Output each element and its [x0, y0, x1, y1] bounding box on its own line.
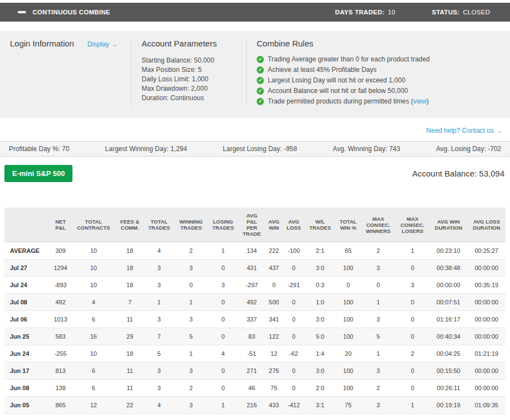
table-cell: 6	[71, 311, 116, 328]
table-cell: 492	[50, 294, 71, 311]
table-cell: 3	[175, 362, 208, 380]
table-cell: 01:21:19	[467, 345, 506, 362]
table-row: Jul 271294101833043143703:01003000:38:48…	[4, 260, 506, 277]
table-cell: -893	[50, 277, 71, 294]
table-cell: 1	[361, 294, 395, 311]
table-cell: 5	[175, 328, 208, 345]
table-cell: 01:16:17	[429, 311, 467, 328]
param-duration: Duration: Continuous	[142, 94, 236, 103]
table-cell: 0:3	[305, 277, 336, 294]
param-starting-balance: Starting Balance: 50,000	[142, 56, 236, 65]
table-cell: 00:00:00	[467, 260, 506, 277]
table-cell: 12	[71, 397, 116, 414]
table-cell: 4	[144, 397, 175, 414]
table-cell: 1:0	[305, 294, 336, 311]
stat-largest-losing-day: Largest Losing Day: -958	[223, 145, 297, 153]
table-cell: -255	[50, 345, 71, 362]
column-header: TOTAL CONTRACTS	[71, 208, 116, 242]
column-header: MAX CONSEC. LOSERS	[395, 208, 429, 242]
row-label: Jul 06	[4, 311, 50, 328]
account-balance-value: 53,094	[479, 169, 504, 178]
column-header: NET P&L	[50, 208, 71, 242]
table-cell: 2	[361, 380, 395, 397]
table-cell: 00:00:00	[467, 328, 506, 345]
table-cell: 0	[283, 260, 305, 277]
check-icon: ✓	[257, 66, 264, 74]
table-cell: 3	[144, 260, 175, 277]
table-cell: -291	[283, 277, 305, 294]
collapse-icon[interactable]	[18, 11, 26, 13]
table-cell: 0	[207, 260, 238, 277]
table-cell: 2	[175, 242, 208, 260]
table-cell: 5	[144, 345, 175, 362]
param-max-drawdown: Max Drawdown: 2,000	[142, 84, 236, 94]
table-cell: 0	[395, 380, 429, 397]
check-icon: ✓	[257, 77, 264, 84]
row-label: Jul 27	[4, 260, 50, 277]
rule-item: ✓ Achieve at least 45% Profitable Days	[257, 65, 500, 75]
stat-profitable-day-pct: Profitable Day %: 70	[9, 145, 69, 153]
rule-item: ✓ Largest Losing Day will not hit or exc…	[257, 75, 500, 86]
table-cell: 0	[283, 311, 305, 328]
table-cell: 3	[175, 397, 208, 414]
row-label: Jun 25	[4, 328, 50, 345]
column-header: TOTAL TRADES	[144, 208, 175, 242]
table-cell: -958	[50, 414, 71, 420]
table-cell: 100	[336, 294, 361, 311]
table-cell: 3:1	[305, 397, 336, 414]
table-cell: 275	[265, 362, 283, 380]
product-button-emini-sp500[interactable]: E-mini S&P 500	[4, 165, 72, 182]
table-row: AVERAGE3091018421134222-1002:1652100:23:…	[4, 242, 506, 260]
table-cell: 3	[144, 362, 175, 380]
table-cell: 6	[71, 380, 116, 397]
check-icon: ✓	[257, 56, 264, 63]
stat-avg-losing-day: Avg. Losing Day: -702	[436, 145, 501, 153]
table-cell: 100	[336, 362, 361, 380]
column-header: MAX CONSEC. WINNERS	[361, 208, 395, 242]
table-cell: 3	[361, 311, 395, 328]
rule-text: Trade permitted products during permitte…	[268, 97, 413, 105]
table-cell: -412	[283, 397, 305, 414]
table-cell: 25	[265, 414, 283, 420]
table-cell: 5	[361, 328, 395, 345]
table-cell: 431	[238, 260, 265, 277]
table-cell: 4	[144, 242, 175, 260]
param-max-position-size: Max Position Size: 5	[142, 65, 236, 75]
table-cell: 75	[336, 397, 361, 414]
column-header: WINNING TRADES	[175, 208, 208, 242]
column-header: AVG WIN	[265, 208, 283, 242]
column-header: W/L TRADES	[305, 208, 336, 242]
account-balance-label: Account Balance:	[412, 169, 477, 178]
table-cell: 00:00:00	[467, 311, 506, 328]
table-cell: 10	[71, 345, 116, 362]
table-cell: 0	[395, 294, 429, 311]
table-cell: 0	[283, 294, 305, 311]
table-cell: 11	[116, 311, 144, 328]
combine-header-bar: CONTINUOUS COMBINE DAYS TRADED: 10 STATU…	[0, 3, 510, 22]
table-row: Jun 08138611320467502:01002000:26:1100:0…	[4, 380, 506, 397]
table-cell: 75	[265, 380, 283, 397]
table-cell: 00:00:00	[429, 277, 467, 294]
table-cell: 16	[71, 328, 116, 345]
table-cell: 65	[336, 242, 361, 260]
rule-item: ✓ Trading Average greater than 0 for eac…	[257, 54, 500, 65]
table-cell: 00:02:34	[429, 414, 467, 420]
table-cell: 3	[144, 277, 175, 294]
table-cell: 10	[71, 277, 116, 294]
display-link[interactable]: Display →	[87, 40, 118, 48]
table-cell: 20	[336, 345, 361, 362]
table-cell: -51	[238, 345, 265, 362]
stat-largest-winning-day: Largest Winning Day: 1,294	[105, 145, 187, 153]
days-traded-label: DAYS TRADED:	[335, 9, 384, 15]
table-cell: 83	[238, 328, 265, 345]
view-link[interactable]: view	[413, 97, 426, 105]
account-parameters-title: Account Parameters	[142, 39, 236, 48]
column-header	[4, 208, 50, 242]
contact-us-link[interactable]: Need help? Contact us →	[426, 127, 502, 134]
table-cell: 1:4	[305, 345, 336, 362]
table-cell: 00:00:00	[467, 380, 506, 397]
table-cell: 1	[361, 414, 395, 420]
table-cell: 1	[395, 242, 429, 260]
table-cell: 500	[265, 294, 283, 311]
table-cell: 2	[361, 242, 395, 260]
